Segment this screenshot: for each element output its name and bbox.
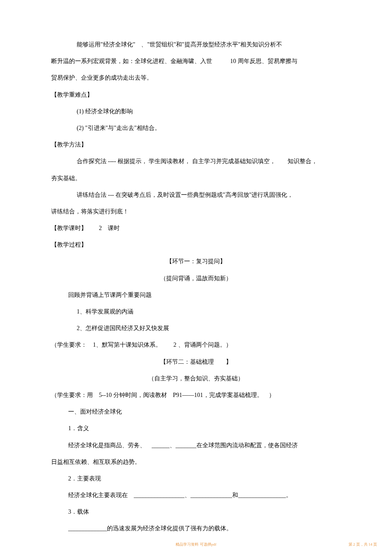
section-heading: 【教学方法】: [51, 136, 341, 153]
paragraph-text: _____________的迅速发展为经济全球化提供了强有力的载体。: [51, 520, 341, 537]
paragraph-text: 讲练结合，将落实进行到底！: [51, 203, 341, 220]
paragraph-text: 经济全球化主要表现在 _________________、___________…: [51, 487, 341, 503]
paragraph-text: 断升温的一系列宏观背景，如：全球化进程、金融海啸、入世 10 周年反思、贸易摩擦…: [51, 53, 341, 69]
outline-item: 2．主要表现: [51, 470, 341, 487]
list-item: (1) 经济全球化的影响: [51, 103, 341, 120]
list-item: 2、怎样促进国民经济又好又快发展: [51, 320, 341, 336]
outline-item: 一、面对经济全球化: [51, 403, 341, 420]
outline-item: 1．含义: [51, 420, 341, 437]
paragraph-text: 能够运用"经济全球化" 、"世贸组织"和"提高开放型经济水平"相关知识分析不: [51, 36, 341, 53]
paragraph-text: 讲练结合法 --- 在突破考点后，及时设置一些典型例题或"高考回放"进行巩固强化…: [51, 187, 341, 203]
paragraph-text: 经济全球化是指商品、劳务、 ______、_______在全球范围内流动和配置，…: [51, 437, 341, 454]
paragraph-text: 贸易保护、企业更多的成功走出去等。: [51, 69, 341, 86]
subsection-note: （提问背诵，温故而知新）: [51, 270, 341, 287]
section-heading: 【教学课时】 2 课时: [51, 220, 341, 236]
list-item: 1、科学发展观的内涵: [51, 303, 341, 320]
footer-page-number: 第 2 页，共 14 页: [349, 542, 378, 547]
subsection-heading: 【环节二：基础梳理 】: [51, 354, 341, 370]
paragraph-text: 日益相互依赖、相互联系的趋势。: [51, 454, 341, 470]
section-heading: 【教学过程】: [51, 236, 341, 253]
document-body: 能够运用"经济全球化" 、"世贸组织"和"提高开放型经济水平"相关知识分析不 断…: [0, 0, 392, 537]
list-item: (2) "引进来"与"走出去"相结合。: [51, 120, 341, 136]
paragraph-text: 夯实基础。: [51, 170, 341, 187]
outline-item: 3．载体: [51, 503, 341, 520]
subsection-heading: 【环节一：复习提问】: [51, 253, 341, 270]
paragraph-text: （学生要求： 1、默写第十课知识体系。 2 、背诵两个问题。）: [51, 336, 341, 353]
subsection-note: （自主学习，整合知识、夯实基础）: [51, 370, 341, 387]
paragraph-text: 合作探究法 ---- 根据提示， 学生阅读教材， 自主学习并完成基础知识填空， …: [51, 153, 341, 170]
footer-center-text: 精品学习资料 可选择pdf: [176, 542, 216, 547]
section-heading: 【教学重难点】: [51, 86, 341, 103]
paragraph-text: （学生要求：用 5--10 分钟时间，阅读教材 P91——101，完成学案基础梳…: [51, 387, 341, 403]
paragraph-text: 回顾并背诵上节课两个重要问题: [51, 287, 341, 303]
